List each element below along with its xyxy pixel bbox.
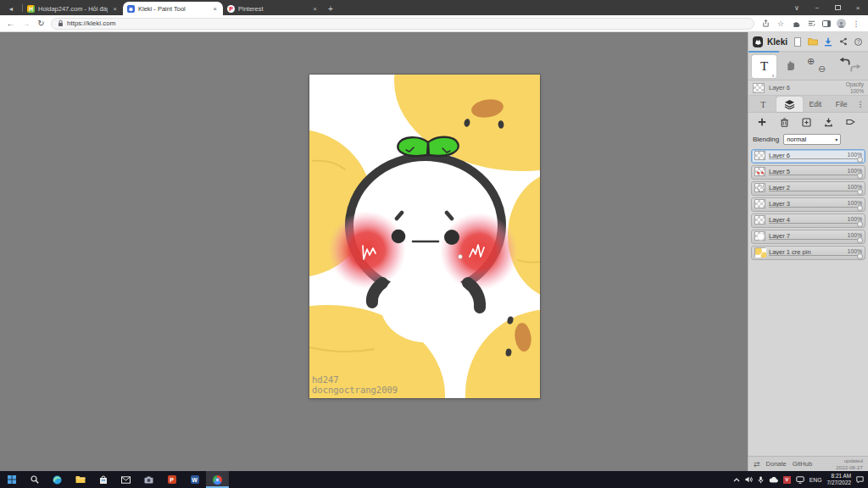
bookmark-star-icon[interactable]: ☆ [776, 19, 786, 29]
word-icon: W [191, 475, 199, 484]
hoidap-favicon-icon: H [27, 5, 35, 13]
redo-icon[interactable] [850, 64, 861, 74]
mail-icon [121, 476, 131, 484]
tab-title: Hoidap247.com - Hỏi đáp bài tậ [38, 5, 108, 13]
taskbar-store[interactable] [92, 471, 114, 488]
minimize-button[interactable]: − [807, 0, 827, 15]
taskbar-mail[interactable] [114, 471, 137, 488]
opacity-slider-knob[interactable] [857, 173, 863, 179]
side-panel-icon[interactable] [821, 19, 832, 29]
onedrive-cloud-icon[interactable] [769, 477, 778, 483]
duplicate-layer-button[interactable] [797, 115, 815, 129]
blending-select[interactable]: normal ▾ [783, 134, 841, 145]
opacity-slider-knob[interactable] [857, 189, 863, 195]
maximize-button[interactable] [827, 0, 848, 15]
opacity-slider-knob[interactable] [857, 237, 863, 243]
profile-avatar[interactable] [837, 19, 846, 28]
tab-layers[interactable] [776, 97, 803, 112]
tab-scroll-back-icon[interactable]: ◄ [0, 2, 22, 15]
reading-list-icon[interactable] [806, 19, 816, 29]
import-download-icon[interactable] [822, 36, 833, 47]
reload-button[interactable]: ↻ [36, 19, 47, 28]
kleki-logo-icon [753, 36, 763, 47]
tray-expand-icon[interactable] [733, 478, 740, 482]
taskbar-camera[interactable] [137, 471, 160, 488]
share-nodes-icon[interactable] [837, 36, 849, 47]
layer-row-5[interactable]: Layer 5 100% [751, 165, 865, 180]
merge-down-button[interactable] [819, 115, 837, 129]
start-button[interactable] [0, 471, 23, 488]
help-icon[interactable]: ? [853, 36, 864, 47]
rename-layer-icon[interactable] [841, 115, 860, 129]
microphone-icon[interactable] [758, 476, 764, 484]
opacity-slider-knob[interactable] [857, 205, 863, 211]
layer-row-1[interactable]: Layer 1 cre pin 100% [751, 246, 865, 260]
taskbar-chrome[interactable] [206, 471, 229, 488]
signature-line1: hd247 [312, 374, 339, 385]
zoom-out-icon[interactable]: ⊖ [818, 64, 826, 75]
tab-search-caret-icon[interactable]: ∨ [787, 0, 807, 15]
clock[interactable]: 8:21 AM 7/27/2022 [827, 473, 851, 486]
paint-canvas[interactable]: hd247 docngoctrang2009 [309, 75, 540, 398]
hand-tool-button[interactable] [784, 58, 797, 75]
display-network-icon[interactable] [796, 476, 804, 484]
v-app-icon[interactable]: V [783, 476, 791, 484]
layer-row-2[interactable]: Layer 2 100% [751, 181, 865, 196]
back-button[interactable]: ← [5, 19, 16, 28]
maximize-icon [835, 5, 841, 10]
undo-icon[interactable] [839, 57, 850, 67]
kleki-topbar: Kleki ? [748, 32, 868, 51]
taskbar-edge[interactable] [46, 471, 69, 488]
tab-pinterest[interactable]: P Pinterest × [223, 2, 323, 15]
opacity-slider-track [769, 207, 860, 208]
opacity-slider-knob[interactable] [857, 157, 863, 163]
window-controls: ∨ − × [787, 0, 868, 15]
tab-edit[interactable]: Edit [803, 97, 829, 112]
volume-icon[interactable] [745, 476, 753, 483]
github-button[interactable]: GitHub [793, 460, 812, 468]
taskbar-word[interactable]: W [183, 471, 206, 488]
tab-close-icon[interactable]: × [211, 5, 219, 13]
tab-hoidap247[interactable]: H Hoidap247.com - Hỏi đáp bài tậ × [23, 2, 123, 15]
layer-thumbnail [754, 167, 765, 176]
workspace: hd247 docngoctrang2009 Kleki ? [0, 32, 868, 471]
active-layer-info[interactable]: Layer 6 Opacity 100% [748, 80, 868, 96]
select-caret-icon: ▾ [835, 136, 837, 142]
tab-close-icon[interactable]: × [111, 5, 119, 13]
address-bar[interactable]: https://kleki.com [51, 18, 754, 30]
share-icon[interactable] [760, 19, 771, 29]
opacity-slider-knob[interactable] [857, 221, 863, 227]
taskbar-explorer[interactable] [69, 471, 92, 488]
text-tool-button[interactable]: T ∨ [752, 55, 776, 78]
action-center-icon[interactable] [856, 476, 864, 484]
taskbar-powerpoint[interactable]: P [160, 471, 183, 488]
remove-layer-button[interactable] [775, 115, 793, 129]
browser-menu-icon[interactable]: ⋮ [851, 19, 861, 29]
tab-kleki[interactable]: Kleki - Paint Tool × [123, 2, 223, 15]
sidebar-footer: ⇄ Donate GitHub updated 2022-06-27 [748, 456, 868, 471]
panel-menu-icon[interactable]: ⋮ [854, 97, 866, 112]
language-indicator[interactable]: ENG [810, 477, 822, 483]
donate-button[interactable]: Donate [766, 460, 787, 468]
tab-file[interactable]: File [828, 97, 854, 112]
extensions-puzzle-icon[interactable] [791, 19, 801, 29]
blending-value: normal [787, 136, 806, 143]
new-tab-button[interactable]: + [323, 2, 338, 15]
browser-titlebar: ◄ H Hoidap247.com - Hỏi đáp bài tậ × Kle… [0, 0, 868, 15]
search-button[interactable] [23, 471, 46, 488]
add-layer-button[interactable] [753, 115, 771, 129]
zoom-in-icon[interactable]: ⊕ [807, 56, 815, 67]
new-image-icon[interactable] [792, 36, 803, 47]
layer-row-3[interactable]: Layer 3 100% [751, 197, 865, 212]
updated-info: updated 2022-06-27 [836, 458, 863, 469]
close-window-button[interactable]: × [848, 0, 868, 15]
layer-row-6[interactable]: Layer 6 100% [751, 149, 865, 164]
layer-row-7[interactable]: Layer 7 100% [751, 230, 865, 244]
tab-close-icon[interactable]: × [311, 5, 319, 13]
swap-ui-icon[interactable]: ⇄ [754, 460, 760, 469]
forward-button[interactable]: → [20, 19, 31, 28]
layer-row-4[interactable]: Layer 4 100% [751, 214, 865, 228]
opacity-slider-knob[interactable] [857, 253, 863, 259]
tab-text[interactable]: T [750, 97, 776, 112]
save-folder-icon[interactable] [807, 36, 818, 47]
